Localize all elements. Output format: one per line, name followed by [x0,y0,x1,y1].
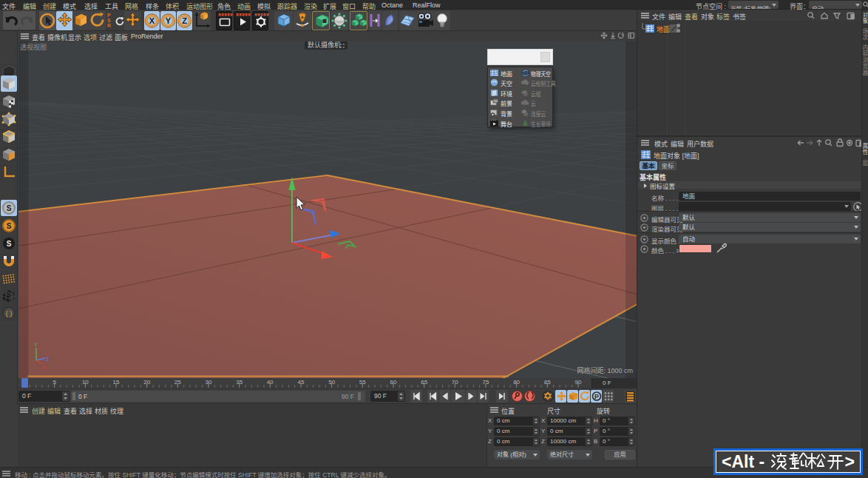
svg-text:( ): ( ) [6,310,13,317]
svg-text:Y: Y [166,16,172,25]
svg-text:S: S [7,204,12,212]
svg-text:Z: Z [46,357,50,362]
svg-text:S: S [7,222,12,230]
svg-text:P: P [594,393,599,400]
svg-text:X: X [42,365,46,370]
svg-text:Y: Y [34,342,38,347]
svg-text:X: X [149,16,155,25]
svg-text:S: S [7,240,12,248]
svg-text:Z: Z [182,16,187,25]
